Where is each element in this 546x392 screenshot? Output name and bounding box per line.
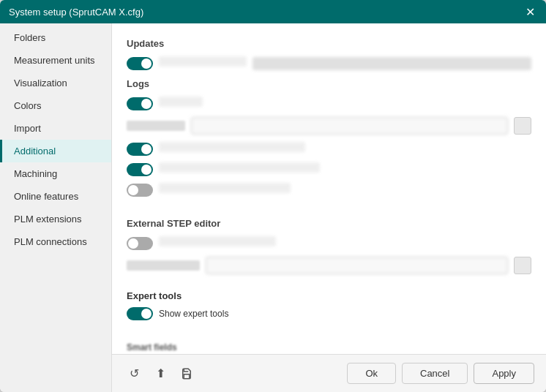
- sidebar-item-machining[interactable]: Machining: [0, 162, 111, 185]
- use-logs-row: [127, 97, 531, 111]
- expert-tools-title: Expert tools: [127, 290, 531, 301]
- use-logs-label: [159, 97, 203, 107]
- save-button[interactable]: [176, 363, 197, 384]
- send-report-label: [159, 142, 305, 152]
- main-panel: Updates Logs: [112, 23, 546, 392]
- sidebar-item-online-features[interactable]: Online features: [0, 185, 111, 208]
- sidebar-item-colors[interactable]: Colors: [0, 94, 111, 117]
- smart-fields-section: Smart fields: [127, 342, 531, 354]
- sidebar-item-folders[interactable]: Folders: [0, 26, 111, 49]
- check-compatibility-label: [159, 162, 320, 173]
- close-button[interactable]: ✕: [523, 4, 537, 19]
- log-folder-row: [127, 117, 531, 135]
- external-editor-browse-btn[interactable]: [514, 257, 531, 274]
- logs-section: Logs: [127, 78, 531, 197]
- show-expert-tools-row: Show expert tools: [127, 307, 531, 320]
- content-area: Folders Measurement units Visualization …: [0, 23, 546, 392]
- show-expert-tools-label: Show expert tools: [159, 309, 228, 319]
- log-interaction-row: [127, 183, 531, 197]
- updates-section: Updates: [127, 38, 531, 71]
- external-editor-path-label: [127, 260, 200, 271]
- undo-button[interactable]: ↺: [124, 363, 144, 384]
- external-editor-section: External STEP editor: [127, 218, 531, 274]
- sidebar-item-additional[interactable]: Additional: [0, 140, 111, 162]
- apply-button[interactable]: Apply: [474, 363, 534, 384]
- updates-title: Updates: [127, 38, 531, 49]
- export-button[interactable]: ⬆: [150, 363, 171, 384]
- system-setup-window: System setup (SprutCAM X.cfg) ✕ Folders …: [0, 0, 546, 392]
- footer-dialog-buttons: Ok Cancel Apply: [347, 363, 534, 384]
- log-interaction-label: [159, 183, 291, 193]
- sidebar-item-import[interactable]: Import: [0, 117, 111, 140]
- log-folder-input[interactable]: [191, 117, 508, 135]
- external-editor-path-input[interactable]: [206, 257, 508, 274]
- check-updates-row: [127, 56, 531, 71]
- window-title: System setup (SprutCAM X.cfg): [9, 7, 143, 18]
- logs-title: Logs: [127, 78, 531, 89]
- send-report-toggle[interactable]: [127, 143, 153, 156]
- use-external-editor-toggle[interactable]: [127, 237, 153, 250]
- use-external-editor-row: [127, 236, 531, 251]
- check-compatibility-row: [127, 162, 531, 177]
- use-logs-toggle[interactable]: [127, 97, 153, 110]
- log-folder-label: [127, 121, 185, 131]
- check-updates-toggle[interactable]: [127, 57, 153, 70]
- external-editor-input-row: [127, 257, 531, 274]
- sidebar-item-plm-extensions[interactable]: PLM extensions: [0, 208, 111, 230]
- check-updates-label: [159, 56, 247, 67]
- footer-left-actions: ↺ ⬆: [124, 363, 197, 384]
- log-interaction-toggle[interactable]: [127, 184, 153, 197]
- external-editor-title: External STEP editor: [127, 218, 531, 229]
- sidebar-item-measurement-units[interactable]: Measurement units: [0, 49, 111, 72]
- auto-updates-label: [253, 57, 531, 70]
- titlebar: System setup (SprutCAM X.cfg) ✕: [0, 0, 546, 23]
- sidebar-item-plm-connections[interactable]: PLM connections: [0, 230, 111, 253]
- sidebar: Folders Measurement units Visualization …: [0, 23, 112, 392]
- send-report-row: [127, 142, 531, 157]
- sidebar-item-visualization[interactable]: Visualization: [0, 72, 111, 94]
- show-expert-tools-toggle[interactable]: [127, 307, 153, 320]
- expert-tools-section: Expert tools Show expert tools: [127, 290, 531, 320]
- check-compatibility-toggle[interactable]: [127, 163, 153, 176]
- log-folder-browse-btn[interactable]: [514, 117, 531, 135]
- cancel-button[interactable]: Cancel: [402, 363, 468, 384]
- footer: ↺ ⬆ Ok Cancel Apply: [112, 354, 546, 392]
- smart-fields-title: Smart fields: [127, 342, 531, 353]
- ok-button[interactable]: Ok: [347, 363, 396, 384]
- use-external-editor-label: [159, 236, 276, 246]
- settings-content: Updates Logs: [112, 23, 546, 354]
